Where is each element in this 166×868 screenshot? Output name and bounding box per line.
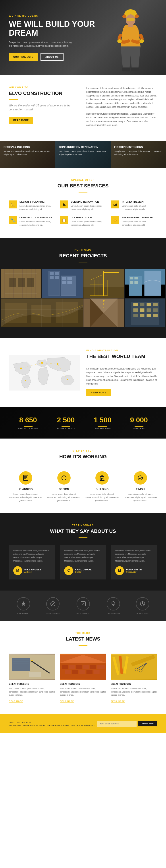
svg-rect-131 [93, 670, 100, 674]
svg-rect-23 [50, 276, 54, 279]
svg-rect-48 [5, 303, 27, 323]
feature-card-2[interactable]: CONSTRUCTION RENOVATION Sample text. Lor… [55, 141, 111, 168]
how-icon-building [95, 471, 109, 485]
feature-title-2: CONSTRUCTION RENOVATION [59, 146, 107, 149]
welcome-right: Lorem ipsum dolor sit amet, consectetur … [86, 86, 157, 130]
portfolio-item-3[interactable] [83, 269, 124, 298]
feature-card-3[interactable]: FINISHING INTERIORS Sample text. Lorem i… [111, 141, 166, 168]
design-icon [61, 475, 67, 481]
svg-rect-24 [55, 276, 59, 279]
service-item-2: 🏗 BUILDING RENOVATION Lorem. Lorem ipsum… [60, 200, 106, 211]
subscribe-button[interactable]: SUBSCRIBE [138, 721, 157, 726]
footer: ELVO CONSTRUCTION We are the leader with… [0, 714, 166, 733]
testimonials-divider [79, 537, 87, 538]
feature-card-1[interactable]: DESIGN & BUILDING Sample text. Lorem ips… [0, 141, 55, 168]
news-link-1[interactable]: READ MORE [9, 700, 23, 703]
svg-point-57 [103, 300, 105, 302]
creativity-icon [20, 600, 27, 607]
feature-title-3: FINISHING INTERIORS [114, 146, 163, 149]
news-image-2 [60, 654, 106, 680]
how-title-1: PLANNING [9, 488, 43, 491]
feature-text-1: Sample text. Lorem ipsum dolor sit amet,… [3, 150, 52, 156]
svg-rect-69 [140, 314, 144, 317]
service-title-1: DESIGN & PLANNING [20, 200, 55, 203]
news-text-2: Sample text. Lorem ipsum dolor sit amet,… [60, 687, 106, 696]
testimonial-name-2: CARL OSWAL [75, 568, 92, 571]
stat-label-1: PROJECTS DONE [18, 428, 38, 430]
svg-rect-71 [154, 303, 158, 306]
news-link-3[interactable]: READ MORE [111, 700, 125, 703]
service-text-3: Lorem ipsum dolor sit amet, consectetur … [122, 205, 157, 211]
svg-rect-5 [127, 18, 135, 21]
welcome-text-1: Lorem ipsum dolor sit amet, consectetur … [86, 86, 157, 109]
subscribe-email-input[interactable] [97, 721, 137, 726]
testimonial-avatar-3: M [115, 566, 124, 575]
testimonial-info-3: MARK SMITH Constructor [126, 568, 142, 573]
services-label: SPECIAL OFFER [9, 179, 157, 181]
badge-label-3: HIGH QUALITY [76, 612, 91, 614]
news-image-svg-1 [9, 654, 55, 680]
badge-circle-1 [17, 597, 30, 611]
how-header: STEP BY STEP HOW IT'S WORKING [9, 450, 157, 463]
news-divider [79, 645, 87, 646]
svg-rect-92 [101, 478, 102, 479]
stat-bar-3 [98, 426, 107, 427]
feature-content-1: DESIGN & BUILDING Sample text. Lorem ips… [0, 141, 55, 160]
svg-rect-50 [56, 302, 78, 323]
read-more-button[interactable]: READ MORE [9, 117, 33, 124]
stat-number-3: 1 500 [94, 416, 112, 424]
service-item-4: 🔧 CONSTRUCTION SERVICES Lorem. Lorem ips… [9, 216, 55, 226]
portfolio-item-7[interactable] [124, 299, 165, 327]
testimonial-text-2: Lorem ipsum dolor sit amet, consectetur … [64, 549, 102, 563]
footer-brand: ELVO CONSTRUCTION We are the leader with… [9, 720, 95, 726]
svg-rect-26 [67, 277, 72, 280]
svg-rect-66 [140, 308, 144, 312]
svg-rect-16 [18, 278, 25, 287]
team-read-more-button[interactable]: READ MORE [86, 389, 111, 396]
portfolio-image-1 [1, 269, 42, 298]
service-icon-3: 🛋 [111, 200, 119, 209]
our-projects-button[interactable]: OUR PROJECTS [9, 53, 38, 61]
service-detail-2: BUILDING RENOVATION Lorem. Lorem ipsum d… [71, 200, 106, 211]
news-header: THE BLOG LATEST NEWS [9, 632, 157, 646]
how-grid: PLANNING Lorem ipsum dolor sit amet, con… [9, 471, 157, 502]
portfolio-item-6[interactable] [83, 299, 124, 327]
team-text: Lorem ipsum dolor sit amet, consectetur … [86, 367, 157, 386]
svg-point-58 [103, 303, 104, 305]
hero-content: WE ARE BUILDERS WE WILL BUILD YOUR DREAM… [0, 5, 106, 70]
svg-rect-9 [131, 67, 139, 71]
footer-subscribe: SUBSCRIBE [97, 721, 157, 726]
since-icon [139, 600, 146, 607]
stat-number-2: 2 500 [57, 416, 75, 424]
stat-number-4: 9 000 [130, 416, 148, 424]
badge-circle-4 [107, 597, 120, 611]
svg-rect-65 [134, 308, 138, 312]
about-us-button[interactable]: ABOUT US [40, 53, 63, 61]
portfolio-grid [0, 269, 166, 327]
service-icon-2: 🏗 [60, 200, 68, 209]
testimonial-role-2: Builder [75, 571, 92, 573]
service-item-5: 📋 DOCUMENTATION Lorem. Lorem ipsum dolor… [60, 216, 106, 226]
portfolio-item-4[interactable] [124, 269, 165, 298]
portfolio-header: PORTFOLIO RECENT PROJECTS [0, 249, 166, 262]
footer-logo-text: ELVO CONSTRUCTION [9, 721, 95, 723]
testimonials-section: TESTIMONIALS WHAT THEY SAY ABOUT US Lore… [0, 513, 166, 591]
how-item-3: BUILDING Lorem ipsum dolor sit amet, con… [85, 471, 119, 502]
service-icon-1: 📐 [9, 200, 17, 209]
service-title-3: INTERIOR DESIGN [122, 200, 157, 203]
portfolio-item-2[interactable] [42, 269, 83, 298]
portfolio-item-5[interactable] [1, 299, 83, 327]
finish-icon [137, 475, 143, 481]
testimonial-info-1: MIKE ANGELS Architect [24, 568, 41, 573]
news-link-2[interactable]: READ MORE [60, 700, 74, 703]
news-label: THE BLOG [9, 632, 157, 634]
testimonials-title: WHAT THEY SAY ABOUT US [9, 528, 157, 534]
world-map [9, 355, 80, 391]
how-divider [79, 463, 87, 463]
portfolio-item-1[interactable] [1, 269, 42, 298]
footer-logo: ELVO CONSTRUCTION We are the leader with… [9, 721, 95, 726]
feature-content-2: CONSTRUCTION RENOVATION Sample text. Lor… [55, 141, 111, 160]
svg-point-2 [122, 14, 127, 19]
team-section: ELVO CONSTRUCTION THE BEST WORLD TEAM Lo… [0, 338, 166, 407]
service-detail-3: INTERIOR DESIGN Lorem ipsum dolor sit am… [122, 200, 157, 211]
